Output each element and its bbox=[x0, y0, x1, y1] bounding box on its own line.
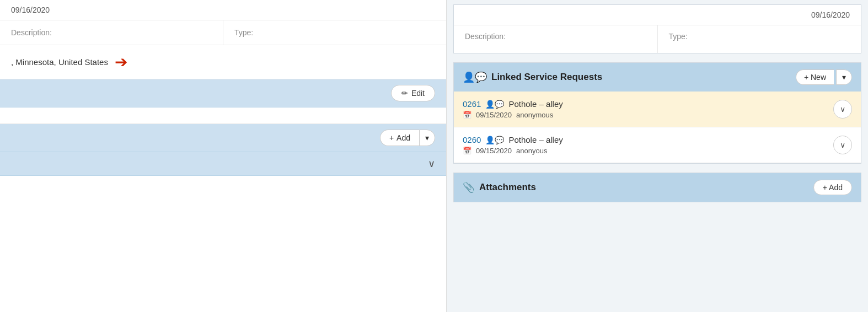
description-label: Description: bbox=[11, 28, 52, 37]
linked-service-requests-section: 👤💬 Linked Service Requests + New ▾ 0261 bbox=[453, 62, 861, 164]
sr-item-2-top: 0260 👤💬 Pothole – alley bbox=[463, 135, 563, 144]
location-text: , Minnesota, United States bbox=[11, 57, 108, 67]
sr-title-1: Pothole – alley bbox=[508, 99, 562, 109]
sr-item-1-top: 0261 👤💬 Pothole – alley bbox=[463, 99, 563, 109]
caret-down-icon: ▾ bbox=[425, 133, 429, 142]
info-type-label: Type: bbox=[669, 32, 688, 41]
sr-number-2[interactable]: 0260 bbox=[463, 135, 481, 144]
arrow-icon: ➔ bbox=[115, 53, 127, 71]
edit-button[interactable]: ✏ Edit bbox=[391, 85, 435, 101]
right-panel: 09/16/2020 Description: Type: 👤💬 Linked … bbox=[447, 0, 868, 312]
info-description-cell: Description: bbox=[454, 25, 658, 53]
sr-user-1: anonymous bbox=[516, 111, 553, 119]
add-button[interactable]: + Add bbox=[380, 130, 419, 146]
add-attachment-button[interactable]: + Add bbox=[813, 180, 852, 195]
chevron-down-icon-2: ∨ bbox=[840, 141, 845, 149]
new-caret-icon: ▾ bbox=[842, 73, 846, 82]
description-cell: Description: bbox=[0, 20, 223, 45]
linked-header-title: 👤💬 Linked Service Requests bbox=[463, 71, 602, 83]
linked-title-text: Linked Service Requests bbox=[491, 72, 602, 83]
sr-item-1-left: 0261 👤💬 Pothole – alley 📅 09/15/2020 ano… bbox=[463, 99, 563, 119]
new-button[interactable]: + New bbox=[796, 69, 834, 85]
date-value: 09/16/2020 bbox=[11, 6, 50, 14]
calendar-icon-2: 📅 bbox=[463, 147, 471, 155]
info-description-label: Description: bbox=[465, 32, 506, 41]
add-caret-button[interactable]: ▾ bbox=[419, 130, 435, 146]
paperclip-icon: 📎 bbox=[463, 181, 475, 193]
attachments-header: 📎 Attachments + Add bbox=[454, 173, 861, 202]
linked-header-actions: + New ▾ bbox=[796, 69, 852, 85]
sr-number-1[interactable]: 0261 bbox=[463, 99, 481, 109]
plus-icon: + bbox=[389, 133, 394, 142]
chevron-down-icon-1: ∨ bbox=[840, 105, 845, 114]
sr-item-1-bottom: 📅 09/15/2020 anonymous bbox=[463, 111, 563, 119]
edit-row: ✏ Edit bbox=[0, 79, 446, 107]
collapse-row: ∨ bbox=[0, 152, 446, 176]
type-cell: Type: bbox=[223, 20, 446, 45]
sr-date-1: 09/15/2020 bbox=[476, 111, 512, 119]
calendar-icon-1: 📅 bbox=[463, 111, 471, 119]
pencil-icon: ✏ bbox=[401, 89, 408, 98]
right-panel-inner: 09/16/2020 Description: Type: 👤💬 Linked … bbox=[447, 0, 868, 312]
sr-expand-button-1[interactable]: ∨ bbox=[833, 100, 852, 119]
person-speech-icon: 👤💬 bbox=[463, 71, 487, 83]
info-type-cell: Type: bbox=[658, 25, 861, 53]
sr-user-2: anonyous bbox=[516, 147, 547, 155]
info-card-date: 09/16/2020 bbox=[454, 5, 861, 25]
attachments-title-text: Attachments bbox=[479, 182, 536, 193]
sr-person-speech-icon-1: 👤💬 bbox=[485, 100, 504, 109]
new-caret-button[interactable]: ▾ bbox=[836, 69, 852, 85]
add-attachment-label: + Add bbox=[823, 183, 843, 192]
attachments-section: 📎 Attachments + Add bbox=[453, 173, 861, 202]
sr-title-2: Pothole – alley bbox=[508, 135, 562, 144]
sr-item-1: 0261 👤💬 Pothole – alley 📅 09/15/2020 ano… bbox=[454, 92, 861, 127]
sr-person-speech-icon-2: 👤💬 bbox=[485, 136, 504, 144]
sr-date-2: 09/15/2020 bbox=[476, 147, 512, 155]
location-row: , Minnesota, United States ➔ bbox=[0, 45, 446, 79]
chevron-down-icon[interactable]: ∨ bbox=[428, 158, 435, 170]
left-panel: 09/16/2020 Description: Type: , Minnesot… bbox=[0, 0, 447, 312]
info-card-desc-type: Description: Type: bbox=[454, 25, 861, 53]
add-row: + Add ▾ bbox=[0, 124, 446, 152]
section-spacer bbox=[0, 107, 446, 124]
sr-expand-button-2[interactable]: ∨ bbox=[833, 136, 852, 154]
date-row: 09/16/2020 bbox=[0, 0, 446, 20]
desc-type-row: Description: Type: bbox=[0, 20, 446, 45]
attachments-header-title: 📎 Attachments bbox=[463, 181, 536, 193]
new-button-label: + New bbox=[804, 73, 826, 82]
linked-header: 👤💬 Linked Service Requests + New ▾ bbox=[454, 63, 861, 92]
sr-item-2: 0260 👤💬 Pothole – alley 📅 09/15/2020 ano… bbox=[454, 127, 861, 163]
sr-item-2-left: 0260 👤💬 Pothole – alley 📅 09/15/2020 ano… bbox=[463, 135, 563, 155]
info-card: 09/16/2020 Description: Type: bbox=[453, 4, 861, 53]
info-date-value: 09/16/2020 bbox=[811, 10, 850, 19]
sr-item-2-bottom: 📅 09/15/2020 anonyous bbox=[463, 147, 563, 155]
type-label: Type: bbox=[234, 28, 253, 37]
